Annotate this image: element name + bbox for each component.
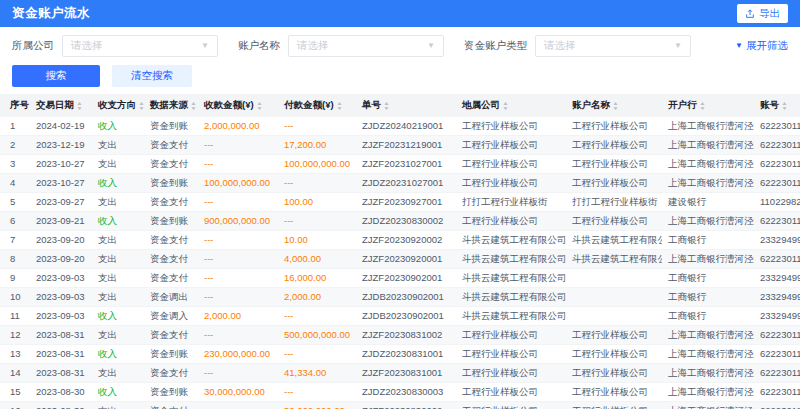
cell-bank: 上海工商银行漕河泾支行 bbox=[662, 402, 754, 409]
cell-payment: --- bbox=[278, 345, 356, 364]
cell-direction: 支出 bbox=[92, 231, 144, 250]
cell-account_no: 23329499... bbox=[754, 288, 800, 307]
cell-order_no: ZJZF20230927001 bbox=[356, 193, 456, 212]
account-type-filter: 资金账户类型 请选择 ▼ bbox=[464, 35, 691, 57]
company-filter-placeholder: 请选择 bbox=[71, 39, 103, 53]
cell-direction: 支出 bbox=[92, 402, 144, 409]
cell-source: 资金到账 bbox=[144, 345, 198, 364]
cell-date: 2023-09-20 bbox=[30, 231, 92, 250]
cell-source: 资金支付 bbox=[144, 269, 198, 288]
cell-bank: 上海工商银行漕河泾支行 bbox=[662, 136, 754, 155]
cell-order_no: ZJZF20230920001 bbox=[356, 250, 456, 269]
sort-icon[interactable]: ▲▼ bbox=[337, 101, 342, 111]
cell-company: 斗拱云建筑工程有限公司 bbox=[456, 307, 566, 326]
chevron-down-icon: ▼ bbox=[201, 42, 209, 50]
sort-icon[interactable]: ▲▼ bbox=[700, 101, 705, 111]
table-row: 62023-09-21收入资金到账900,000,000.00---ZJDZ20… bbox=[0, 212, 800, 231]
cell-receipt: --- bbox=[198, 250, 278, 269]
company-filter-select[interactable]: 请选择 ▼ bbox=[62, 35, 218, 57]
cell-source: 资金到账 bbox=[144, 212, 198, 231]
sort-icon[interactable]: ▲▼ bbox=[782, 101, 787, 111]
cell-no: 10 bbox=[0, 288, 30, 307]
cell-account bbox=[566, 269, 662, 288]
cell-account: 打打工程行业样板街 bbox=[566, 193, 662, 212]
cell-no: 12 bbox=[0, 326, 30, 345]
search-button[interactable]: 搜索 bbox=[12, 65, 100, 87]
company-filter: 所属公司 请选择 ▼ bbox=[12, 35, 218, 57]
export-button[interactable]: 导出 bbox=[737, 4, 788, 23]
sort-icon[interactable]: ▲▼ bbox=[257, 101, 262, 111]
column-header-company[interactable]: 地属公司▲▼ bbox=[456, 94, 566, 117]
column-label: 收支方向 bbox=[98, 99, 136, 112]
column-label: 序号 bbox=[10, 99, 29, 112]
account-type-filter-select[interactable]: 请选择 ▼ bbox=[535, 35, 691, 57]
cell-direction: 收入 bbox=[92, 345, 144, 364]
cell-no: 9 bbox=[0, 269, 30, 288]
cell-order_no: ZJZF20230830002 bbox=[356, 402, 456, 409]
sort-icon[interactable]: ▲▼ bbox=[139, 101, 144, 111]
table-row: 92023-09-03支出资金支付---16,000.00ZJZF2023090… bbox=[0, 269, 800, 288]
table-row: 72023-09-20支出资金支付---10.00ZJZF20230920002… bbox=[0, 231, 800, 250]
cell-account: 工程行业样板公司 bbox=[566, 402, 662, 409]
cell-no: 8 bbox=[0, 250, 30, 269]
sort-icon[interactable]: ▲▼ bbox=[191, 101, 196, 111]
cell-account: 斗拱云建筑工程有限公司 bbox=[566, 250, 662, 269]
column-header-date[interactable]: 交易日期▲▼ bbox=[30, 94, 92, 117]
sort-icon[interactable]: ▲▼ bbox=[77, 101, 82, 111]
sort-icon[interactable]: ▲▼ bbox=[503, 101, 508, 111]
column-label: 付款金额(¥) bbox=[284, 99, 334, 112]
column-header-receipt[interactable]: 收款金额(¥)▲▼ bbox=[198, 94, 278, 117]
clear-search-button[interactable]: 清空搜索 bbox=[112, 65, 192, 87]
cell-direction: 收入 bbox=[92, 174, 144, 193]
column-header-account[interactable]: 账户名称▲▼ bbox=[566, 94, 662, 117]
cell-account_no: 62223011... bbox=[754, 117, 800, 136]
column-header-account_no[interactable]: 账号▲▼ bbox=[754, 94, 800, 117]
account-name-filter-select[interactable]: 请选择 ▼ bbox=[288, 35, 444, 57]
cell-no: 5 bbox=[0, 193, 30, 212]
cell-date: 2023-08-31 bbox=[30, 364, 92, 383]
cell-receipt: 230,000,000.00 bbox=[198, 345, 278, 364]
cell-receipt: --- bbox=[198, 231, 278, 250]
account-type-filter-placeholder: 请选择 bbox=[544, 39, 576, 53]
cell-date: 2024-02-19 bbox=[30, 117, 92, 136]
table-row: 142023-08-31支出资金支付---41,334.00ZJZF202308… bbox=[0, 364, 800, 383]
expand-filters-link[interactable]: ▼ 展开筛选 bbox=[735, 39, 788, 53]
cell-date: 2023-09-03 bbox=[30, 269, 92, 288]
cell-bank: 上海工商银行漕河泾支行 bbox=[662, 383, 754, 402]
cell-source: 资金到账 bbox=[144, 174, 198, 193]
cell-order_no: ZJZF20231027001 bbox=[356, 155, 456, 174]
cell-company: 工程行业样板公司 bbox=[456, 345, 566, 364]
cell-receipt: 100,000,000.00 bbox=[198, 174, 278, 193]
cell-payment: 4,000.00 bbox=[278, 250, 356, 269]
sort-icon[interactable]: ▲▼ bbox=[613, 101, 618, 111]
cell-payment: 17,200.00 bbox=[278, 136, 356, 155]
cell-payment: 100,000,000.00 bbox=[278, 155, 356, 174]
cell-company: 工程行业样板公司 bbox=[456, 212, 566, 231]
cell-direction: 收入 bbox=[92, 212, 144, 231]
cell-order_no: ZJZF20231219001 bbox=[356, 136, 456, 155]
cell-payment: 100.00 bbox=[278, 193, 356, 212]
cell-account: 工程行业样板公司 bbox=[566, 136, 662, 155]
cell-receipt: 900,000,000.00 bbox=[198, 212, 278, 231]
cell-account bbox=[566, 288, 662, 307]
column-label: 收款金额(¥) bbox=[204, 99, 254, 112]
column-header-source[interactable]: 数据来源▲▼ bbox=[144, 94, 198, 117]
cell-payment: 2,000.00 bbox=[278, 288, 356, 307]
cell-order_no: ZJZF20230920002 bbox=[356, 231, 456, 250]
cell-receipt: --- bbox=[198, 364, 278, 383]
column-header-payment[interactable]: 付款金额(¥)▲▼ bbox=[278, 94, 356, 117]
cell-company: 斗拱云建筑工程有限公司 bbox=[456, 269, 566, 288]
cell-account_no: 62223011... bbox=[754, 212, 800, 231]
company-filter-label: 所属公司 bbox=[12, 39, 54, 53]
column-header-bank[interactable]: 开户行▲▼ bbox=[662, 94, 754, 117]
cell-no: 4 bbox=[0, 174, 30, 193]
table-row: 82023-09-20支出资金支付---4,000.00ZJZF20230920… bbox=[0, 250, 800, 269]
column-header-order_no[interactable]: 单号▲▼ bbox=[356, 94, 456, 117]
cell-bank: 上海工商银行漕河泾支行 bbox=[662, 212, 754, 231]
chevron-down-icon: ▼ bbox=[427, 42, 435, 50]
cell-bank: 上海工商银行漕河泾支行 bbox=[662, 117, 754, 136]
column-header-direction[interactable]: 收支方向▲▼ bbox=[92, 94, 144, 117]
cell-direction: 支出 bbox=[92, 193, 144, 212]
sort-icon[interactable]: ▲▼ bbox=[384, 101, 389, 111]
cell-account_no: 62223011... bbox=[754, 364, 800, 383]
